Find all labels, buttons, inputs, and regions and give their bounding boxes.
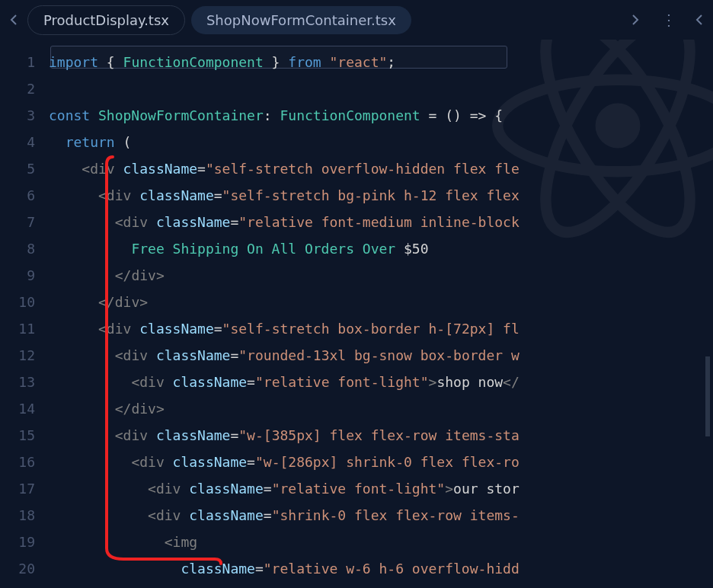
code-line: const ShopNowFormContainer: FunctionComp… <box>49 102 713 129</box>
line-number: 6 <box>0 182 49 209</box>
line-number: 14 <box>0 395 49 422</box>
code-content[interactable]: import { FunctionComponent } from "react… <box>49 40 713 588</box>
code-line: <img <box>49 529 713 555</box>
code-line: <div className="self-stretch bg-pink h-1… <box>49 182 713 209</box>
code-line: <div className="rounded-13xl bg-snow box… <box>49 342 713 369</box>
line-number: 16 <box>0 449 49 475</box>
diff-markers <box>705 356 710 436</box>
code-line: <div className="w-[385px] flex flex-row … <box>49 422 713 449</box>
line-number: 2 <box>0 75 49 102</box>
code-line: </div> <box>49 289 713 315</box>
code-line: <div className="self-stretch box-border … <box>49 315 713 342</box>
code-line: </div> <box>49 395 713 422</box>
panel-collapse-icon[interactable] <box>692 12 707 27</box>
more-menu-icon[interactable]: ⋮ <box>658 11 679 29</box>
code-editor[interactable]: 1 2 3 4 5 6 7 8 9 10 11 12 13 14 15 16 1… <box>0 40 713 588</box>
line-number: 12 <box>0 342 49 369</box>
line-number: 8 <box>0 235 49 262</box>
line-number: 19 <box>0 529 49 555</box>
code-line: <div className="w-[286px] shrink-0 flex … <box>49 449 713 475</box>
code-line: <div className="relative font-medium inl… <box>49 209 713 235</box>
code-line: return ( <box>49 129 713 155</box>
tab-product-display[interactable]: ProductDisplay.tsx <box>27 5 185 35</box>
code-line <box>49 75 713 102</box>
code-line: Free Shipping On All Orders Over $50 <box>49 235 713 262</box>
line-number: 1 <box>0 49 49 75</box>
line-number: 11 <box>0 315 49 342</box>
code-line: className="relative w-6 h-6 overflow-hid… <box>49 555 713 582</box>
tab-bar: ProductDisplay.tsx ShopNowFormContainer.… <box>0 0 713 40</box>
nav-forward-icon[interactable] <box>628 12 643 27</box>
code-line: <div className="relative font-light">sho… <box>49 369 713 395</box>
line-number: 15 <box>0 422 49 449</box>
line-number: 17 <box>0 475 49 502</box>
line-number: 10 <box>0 289 49 315</box>
code-line: </div> <box>49 262 713 289</box>
line-number: 7 <box>0 209 49 235</box>
line-number: 20 <box>0 555 49 582</box>
code-line: <div className="shrink-0 flex flex-row i… <box>49 502 713 529</box>
line-number: 5 <box>0 155 49 182</box>
line-number: 13 <box>0 369 49 395</box>
line-number-gutter: 1 2 3 4 5 6 7 8 9 10 11 12 13 14 15 16 1… <box>0 40 49 588</box>
code-line: <div className="self-stretch overflow-hi… <box>49 155 713 182</box>
nav-back-icon[interactable] <box>6 12 21 27</box>
code-line: <div className="relative font-light">our… <box>49 475 713 502</box>
line-number: 18 <box>0 502 49 529</box>
tab-shopnow-form[interactable]: ShopNowFormContainer.tsx <box>191 6 411 34</box>
line-number: 4 <box>0 129 49 155</box>
line-number: 9 <box>0 262 49 289</box>
line-number: 3 <box>0 102 49 129</box>
code-line: import { FunctionComponent } from "react… <box>49 49 713 75</box>
